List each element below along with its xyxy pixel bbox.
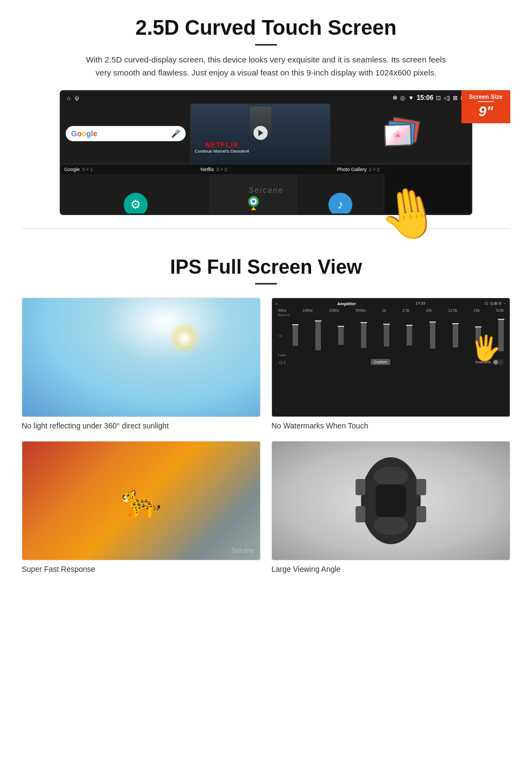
eq-bar-7[interactable] (430, 321, 435, 349)
section-curved-touch: 2.5D Curved Touch Screen With 2.5D curve… (0, 0, 532, 223)
mic-icon[interactable]: 🎤 (171, 129, 180, 138)
eq-bar-5[interactable] (384, 324, 389, 346)
google-app-cell[interactable]: Google 🎤 (61, 104, 191, 164)
amp-side-labels: Balance ◁) Fader (275, 313, 506, 357)
netflix-app-cell[interactable]: NETFLIX Continue Marvel's Daredevil (191, 104, 331, 164)
screen-size-badge: Screen Size 9" (461, 90, 510, 123)
fader-label: Fader (278, 354, 290, 357)
amplifier-image-box: ⌂ Amplifier 17:33 ⊡ ◁) ⊠ ⊟ → 60hz100hz20… (271, 298, 510, 417)
netflix-size: 3 × 2 (216, 167, 227, 172)
amp-freq-labels: 60hz100hz200hz500hz1k2.5k10k12.5k15kSUB (275, 308, 506, 312)
section-divider-line (22, 228, 510, 229)
sunlight-label: No light reflecting under 360° direct su… (22, 421, 261, 430)
share-location-app-cell[interactable]: 🤚 (210, 174, 297, 215)
play-triangle-icon (258, 130, 263, 136)
netflix-subtitle: Continue Marvel's Daredevil (195, 149, 249, 154)
eq-bar-8[interactable] (453, 323, 458, 348)
flower-emoji: 🌸 (392, 130, 403, 141)
eq-bar-3[interactable] (338, 326, 344, 345)
badge-size: 9" (464, 103, 508, 120)
features-grid: No light reflecting under 360° direct su… (22, 298, 510, 573)
svg-point-2 (252, 200, 255, 203)
netflix-label: Netflix3 × 2 (198, 166, 334, 173)
section1-description: With 2.5D curved-display screen, this de… (81, 53, 451, 79)
status-bar: ⌂ ψ ✻ ◎ ▼ 15:06 ⊡ ◁) ⊠ ⊟ (61, 92, 471, 104)
sound-search-app-cell[interactable]: ♪ (297, 174, 384, 215)
netflix-thumbnail: NETFLIX Continue Marvel's Daredevil (191, 104, 331, 163)
close-icon: ⊠ (453, 94, 458, 102)
amplifier-label: No Watermarks When Touch (271, 421, 510, 430)
car-top-view-svg (347, 452, 434, 550)
amp-nav-icon: ◁◁ (278, 359, 286, 365)
cheetah-image: 🐆 Seicane (22, 441, 260, 560)
app-grid-top: Google 🎤 NETFLIX Continue Mar (61, 104, 471, 165)
eq-bar-6[interactable] (407, 325, 412, 345)
cheetah-image-box: 🐆 Seicane (22, 441, 261, 560)
google-maps-icon (244, 194, 263, 216)
svg-rect-9 (416, 479, 426, 495)
location-icon: ◎ (400, 94, 406, 102)
settings-icon-circle: ⚙ (124, 193, 148, 216)
section1-title: 2.5D Curved Touch Screen (33, 16, 499, 40)
status-time: 15:06 (417, 94, 434, 102)
photo-gallery-app-cell[interactable]: 🌸 (331, 104, 471, 164)
status-bar-left: ⌂ ψ (67, 94, 79, 101)
eq-bar-2[interactable] (315, 320, 321, 350)
section1-divider (255, 44, 277, 46)
car-image (272, 441, 510, 560)
music-note-icon: ♪ (338, 198, 344, 212)
badge-label: Screen Size (464, 93, 508, 100)
google-search-bar[interactable]: Google 🎤 (66, 126, 186, 141)
amp-status-bar: ⌂ Amplifier 17:33 ⊡ ◁) ⊠ ⊟ → (275, 301, 506, 306)
balance-label: Balance (278, 313, 290, 317)
usb-icon: ψ (75, 94, 79, 101)
car-label: Large Viewing Angle (271, 565, 510, 573)
eq-bar-4[interactable] (361, 322, 366, 348)
home-icon[interactable]: ⌂ (67, 94, 71, 101)
photo-gallery-size: 2 × 2 (369, 167, 379, 172)
status-bar-right: ✻ ◎ ▼ 15:06 ⊡ ◁) ⊠ ⊟ (392, 94, 465, 102)
seicane-watermark: Seicane (249, 186, 284, 194)
sunlight-image (22, 298, 260, 417)
play-button[interactable] (254, 126, 268, 140)
amp-custom-button[interactable]: Custom (371, 359, 390, 365)
gear-icon: ⚙ (130, 198, 141, 212)
svg-rect-8 (356, 479, 365, 495)
feature-amplifier: ⌂ Amplifier 17:33 ⊡ ◁) ⊠ ⊟ → 60hz100hz20… (271, 298, 510, 430)
photo-stack: 🌸 (383, 119, 419, 149)
empty-cell (384, 174, 471, 215)
feature-cheetah: 🐆 Seicane Super Fast Response (22, 441, 261, 573)
app-grid-bottom: ⚙ 🤚 (61, 174, 471, 215)
amp-icons: ⊡ ◁) ⊠ ⊟ → (485, 301, 506, 306)
amp-touch-hand: 🖐 (471, 333, 501, 362)
photo-gallery-label: Photo Gallery2 × 2 (334, 166, 471, 173)
sound-icon-circle: ♪ (328, 193, 352, 216)
amp-title: Amplifier (337, 301, 356, 306)
settings-app-cell[interactable]: ⚙ (61, 174, 210, 215)
amplifier-image: ⌂ Amplifier 17:33 ⊡ ◁) ⊠ ⊟ → 60hz100hz20… (272, 298, 510, 417)
car-image-box (271, 441, 510, 560)
netflix-logo-text: NETFLIX (195, 141, 249, 149)
svg-point-6 (373, 515, 408, 535)
wifi-icon: ▼ (408, 94, 414, 101)
volume-small-icon: ◁) (278, 333, 290, 337)
google-label: Google3 × 1 (61, 166, 198, 173)
photo-item-flower: 🌸 (384, 124, 411, 147)
svg-rect-11 (416, 506, 426, 522)
amp-home-icon: ⌂ (275, 301, 277, 306)
cheetah-label: Super Fast Response (22, 565, 261, 573)
svg-point-5 (373, 466, 408, 486)
svg-marker-3 (251, 207, 256, 210)
eq-bar-1[interactable] (293, 324, 298, 346)
section2-divider (255, 283, 277, 285)
bluetooth-icon: ✻ (392, 94, 397, 102)
netflix-logo-overlay: NETFLIX Continue Marvel's Daredevil (195, 141, 249, 154)
section2-title: IPS Full Screen View (22, 256, 510, 279)
feature-sunlight: No light reflecting under 360° direct su… (22, 298, 261, 430)
app-labels-row: Google3 × 1 Netflix3 × 2 Photo Gallery2 … (61, 165, 471, 174)
device-screen: ⌂ ψ ✻ ◎ ▼ 15:06 ⊡ ◁) ⊠ ⊟ (60, 90, 472, 215)
svg-rect-10 (356, 506, 365, 522)
sunlight-rays (168, 322, 201, 355)
camera-icon: ⊡ (436, 94, 441, 102)
amp-time: 17:33 (416, 301, 426, 306)
